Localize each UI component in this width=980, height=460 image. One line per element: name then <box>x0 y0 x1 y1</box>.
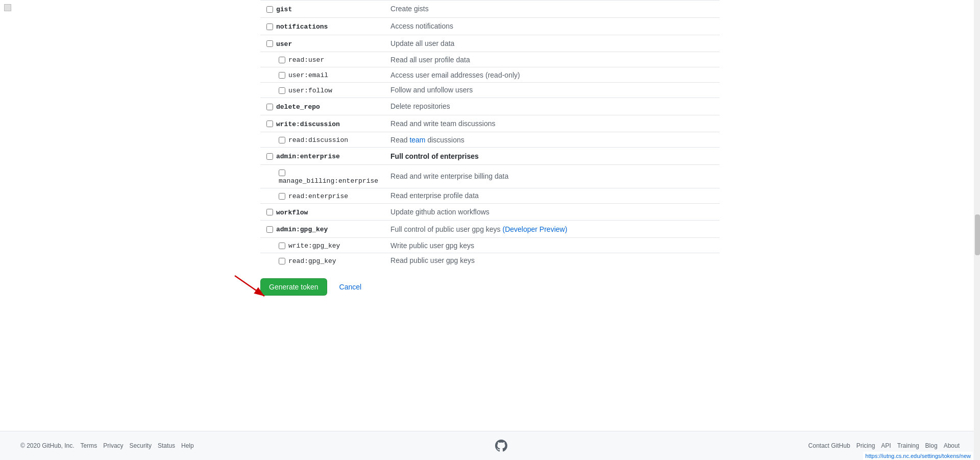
team-link[interactable]: team <box>409 136 425 144</box>
permission-checkbox-admin_gpg_key[interactable] <box>266 226 273 233</box>
table-row: read:userRead all user profile data <box>260 52 720 67</box>
table-row: workflowUpdate github action workflows <box>260 203 720 221</box>
footer-link-training[interactable]: Training <box>897 442 919 449</box>
permission-label-delete_repo: delete_repo <box>276 103 320 111</box>
permission-label-read_user: read:user <box>288 56 324 64</box>
permission-label-write_gpg_key: write:gpg_key <box>288 242 340 250</box>
permission-desc-write_gpg_key: Write public user gpg keys <box>384 238 720 253</box>
permission-desc-user_follow: Follow and unfollow users <box>384 82 720 98</box>
footer-link-status[interactable]: Status <box>158 442 175 449</box>
table-row: read:discussionRead team discussions <box>260 132 720 148</box>
permission-desc-read_gpg_key: Read public user gpg keys <box>384 253 720 268</box>
permission-checkbox-read_gpg_key[interactable] <box>279 258 285 264</box>
permission-desc-read_enterprise: Read enterprise profile data <box>384 188 720 203</box>
permissions-table: gistCreate gistsnotificationsAccess noti… <box>260 0 720 268</box>
table-row: user:followFollow and unfollow users <box>260 82 720 98</box>
scrollbar-track <box>974 0 980 460</box>
permission-label-read_gpg_key: read:gpg_key <box>288 257 336 265</box>
permission-label-notifications: notifications <box>276 23 328 31</box>
table-row: gistCreate gists <box>260 1 720 18</box>
permission-desc-write_discussion: Read and write team discussions <box>384 115 720 132</box>
permission-desc-admin_enterprise: Full control of enterprises <box>384 148 720 165</box>
dev-preview-badge: (Developer Preview) <box>501 225 568 233</box>
table-row: delete_repoDelete repositories <box>260 98 720 115</box>
footer: © 2020 GitHub, Inc. TermsPrivacySecurity… <box>0 431 980 460</box>
permission-label-admin_gpg_key: admin:gpg_key <box>276 226 328 233</box>
permission-label-admin_enterprise: admin:enterprise <box>276 153 340 160</box>
copyright: © 2020 GitHub, Inc. <box>20 442 75 449</box>
permission-desc-user: Update all user data <box>384 35 720 52</box>
table-row: write:gpg_keyWrite public user gpg keys <box>260 238 720 253</box>
permission-checkbox-gist[interactable] <box>266 6 273 13</box>
footer-link-security[interactable]: Security <box>130 442 152 449</box>
footer-link-pricing[interactable]: Pricing <box>856 442 875 449</box>
permission-checkbox-write_discussion[interactable] <box>266 120 273 127</box>
status-bar: https://iutng.cs.nc.edu/settings/tokens/… <box>863 452 973 460</box>
footer-center <box>495 440 507 452</box>
permission-desc-delete_repo: Delete repositories <box>384 98 720 115</box>
table-row: notificationsAccess notifications <box>260 17 720 35</box>
generate-token-button[interactable]: Generate token <box>260 278 327 296</box>
actions-area: Generate token Cancel <box>260 268 720 306</box>
footer-link-help[interactable]: Help <box>181 442 194 449</box>
footer-link-contact-github[interactable]: Contact GitHub <box>808 442 850 449</box>
permission-checkbox-write_gpg_key[interactable] <box>279 243 285 249</box>
permission-desc-user_email: Access user email addresses (read-only) <box>384 67 720 83</box>
permission-desc-admin_gpg_key: Full control of public user gpg keys (De… <box>384 221 720 238</box>
permission-checkbox-admin_enterprise[interactable] <box>266 153 273 160</box>
footer-link-terms[interactable]: Terms <box>81 442 97 449</box>
permission-label-user_follow: user:follow <box>288 87 332 94</box>
footer-right: Contact GitHubPricingAPITrainingBlogAbou… <box>808 442 960 449</box>
scrollbar-thumb[interactable] <box>975 214 980 255</box>
github-logo <box>495 440 507 452</box>
permission-desc-notifications: Access notifications <box>384 17 720 35</box>
footer-link-about[interactable]: About <box>944 442 960 449</box>
permission-checkbox-read_user[interactable] <box>279 57 285 63</box>
permission-label-workflow: workflow <box>276 208 308 216</box>
table-row: write:discussionRead and write team disc… <box>260 115 720 132</box>
permission-desc-read_user: Read all user profile data <box>384 52 720 67</box>
cancel-button[interactable]: Cancel <box>335 280 366 294</box>
permission-label-manage_billing_enterprise: manage_billing:enterprise <box>279 177 378 185</box>
table-row: userUpdate all user data <box>260 35 720 52</box>
permission-label-gist: gist <box>276 6 292 13</box>
permission-label-read_enterprise: read:enterprise <box>288 192 348 200</box>
permission-checkbox-workflow[interactable] <box>266 209 273 215</box>
footer-link-blog[interactable]: Blog <box>925 442 938 449</box>
permission-label-user_email: user:email <box>288 71 328 79</box>
permission-desc-read_discussion: Read team discussions <box>384 132 720 148</box>
permission-label-read_discussion: read:discussion <box>288 136 348 144</box>
permission-checkbox-notifications[interactable] <box>266 23 273 30</box>
permission-label-write_discussion: write:discussion <box>276 120 340 128</box>
permission-checkbox-read_enterprise[interactable] <box>279 193 285 200</box>
table-row: admin:gpg_keyFull control of public user… <box>260 221 720 238</box>
permission-desc-manage_billing_enterprise: Read and write enterprise billing data <box>384 164 720 188</box>
table-row: admin:enterpriseFull control of enterpri… <box>260 148 720 165</box>
permission-checkbox-user_email[interactable] <box>279 72 285 79</box>
permission-checkbox-manage_billing_enterprise[interactable] <box>279 170 285 176</box>
permission-checkbox-delete_repo[interactable] <box>266 104 273 110</box>
permission-desc-workflow: Update github action workflows <box>384 203 720 221</box>
content-area: gistCreate gistsnotificationsAccess noti… <box>260 0 720 410</box>
table-row: read:enterpriseRead enterprise profile d… <box>260 188 720 203</box>
table-row: manage_billing:enterpriseRead and write … <box>260 164 720 188</box>
footer-link-api[interactable]: API <box>881 442 891 449</box>
table-row: read:gpg_keyRead public user gpg keys <box>260 253 720 268</box>
footer-left-links: TermsPrivacySecurityStatusHelp <box>81 442 194 449</box>
table-row: user:emailAccess user email addresses (r… <box>260 67 720 83</box>
permission-checkbox-read_discussion[interactable] <box>279 137 285 143</box>
footer-left: © 2020 GitHub, Inc. TermsPrivacySecurity… <box>20 442 194 449</box>
permission-checkbox-user_follow[interactable] <box>279 87 285 94</box>
permission-desc-gist: Create gists <box>384 1 720 18</box>
permission-label-user: user <box>276 40 292 47</box>
main-content: gistCreate gistsnotificationsAccess noti… <box>0 0 980 431</box>
footer-link-privacy[interactable]: Privacy <box>103 442 123 449</box>
permission-checkbox-user[interactable] <box>266 40 273 47</box>
corner-button[interactable] <box>4 4 11 11</box>
page-wrapper: gistCreate gistsnotificationsAccess noti… <box>0 0 980 460</box>
